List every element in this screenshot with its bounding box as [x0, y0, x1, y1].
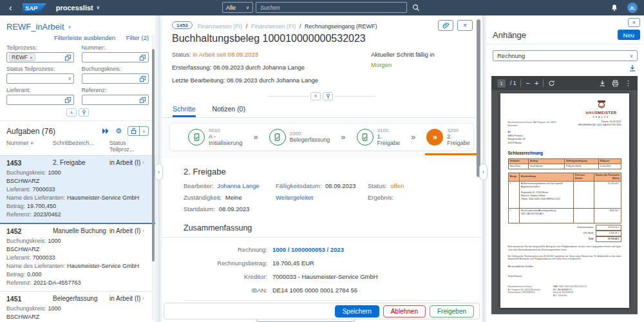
reset-zoom-icon[interactable]	[548, 80, 555, 87]
avatar[interactable]: JL	[627, 3, 638, 13]
value-help-icon[interactable]	[64, 54, 71, 61]
collapse-filterbar-button[interactable]: ∧	[66, 108, 77, 117]
column-header-nummer[interactable]: Nummer≡	[6, 140, 53, 153]
filter-input[interactable]: REWF×	[6, 52, 74, 62]
detail-value: 7000033	[33, 254, 55, 261]
detail-field: Fälligkeitsdatum: 08.09.2023	[276, 182, 368, 189]
download-icon[interactable]	[599, 80, 606, 87]
filter-input[interactable]	[82, 73, 149, 84]
field-column: Fälligkeitsdatum: 08.09.2023Weitergeleit…	[276, 182, 368, 217]
column-header-status[interactable]: Status Teilproz...	[109, 140, 147, 153]
attachments-title: Anhänge	[493, 30, 618, 40]
detail-field: Zuständigkeit: Meine	[184, 194, 276, 201]
new-attachment-button[interactable]: Neu	[618, 30, 640, 40]
task-row[interactable]: 1452Manuelle Buchungin Arbeit (I)›Buchun…	[0, 224, 155, 292]
breadcrumb-link[interactable]: Finanzwesen (FI)	[251, 23, 296, 30]
forward-all-icon[interactable]	[102, 128, 109, 135]
settings-gear-icon[interactable]: ⚙	[115, 128, 122, 135]
multiselect-icon[interactable]	[128, 127, 140, 135]
page-title: Buchhaltungsbeleg 100010000000532023	[172, 33, 473, 44]
process-step[interactable]: 31001. Freigabe	[357, 128, 401, 146]
value-help-icon[interactable]	[139, 75, 146, 82]
dropdown-chevron-icon[interactable]: ∨	[68, 76, 71, 81]
breadcrumb-row: 1453 Finanzwesen (FI) / Finanzwesen (FI)…	[172, 19, 473, 31]
multiselect-split-button[interactable]: ∨	[128, 126, 149, 136]
value-help-icon[interactable]	[139, 54, 146, 61]
value-help-icon[interactable]	[139, 97, 146, 104]
back-icon[interactable]: ‹	[9, 2, 12, 14]
step-label: 1. Freigabe	[377, 133, 401, 146]
filter-input[interactable]	[82, 95, 149, 105]
view-title-select[interactable]: REWF_inArbeit ∨	[0, 15, 155, 33]
task-row[interactable]: 14532. Freigabein Arbeit (I)›Buchungskre…	[0, 156, 155, 224]
left-scrollbar[interactable]	[152, 35, 155, 321]
field-value: 08.09.2023	[325, 182, 356, 189]
close-attachments-button[interactable]: ×	[628, 18, 640, 27]
process-step[interactable]: »32002. Freigabe	[426, 128, 470, 146]
scrollbar-thumb[interactable]	[152, 49, 155, 261]
collapse-header-button[interactable]: ∧	[310, 92, 321, 100]
sap-logo[interactable]: SAP	[23, 3, 47, 13]
task-row[interactable]: 1451Belegerfassungin Arbeit (I)›Buchungs…	[0, 292, 155, 322]
zoom-in-icon[interactable]: +	[535, 80, 538, 87]
status-line: Status: in Arbeit seit 08.09.2023	[172, 51, 318, 58]
pin-filterbar-button[interactable]	[79, 108, 89, 117]
chevron-right-icon: ›	[142, 159, 149, 167]
detail-label: Lieferant:	[6, 254, 31, 261]
download-attachment-icon[interactable]	[629, 63, 636, 74]
search-scope-select[interactable]: Alle ∨	[222, 2, 253, 13]
attachment-type-select[interactable]: Rechnung ∨	[493, 50, 638, 61]
detail-value: 1000	[48, 238, 61, 244]
zoom-out-icon[interactable]: −	[526, 80, 529, 87]
filter-link[interactable]: Filter (2)	[126, 34, 149, 41]
summary-value-link[interactable]: 1000 / 1000000053 / 2023	[272, 246, 344, 253]
tab-notizen[interactable]: Notizen (0)	[213, 104, 245, 117]
close-detail-button[interactable]: ×	[457, 20, 473, 31]
page-number-input[interactable]: 1	[497, 79, 506, 88]
print-icon[interactable]	[612, 80, 619, 87]
speichern-button[interactable]: Speichern	[335, 305, 379, 317]
attachments-paperclip-button[interactable]	[438, 20, 453, 31]
task-list: 14532. Freigabein Arbeit (I)›Buchungskre…	[0, 156, 155, 322]
detail-scrollbar-thumb[interactable]	[477, 19, 480, 177]
task-step: Manuelle Buchung	[53, 227, 109, 235]
chevron-down-icon[interactable]: ∨	[140, 127, 148, 135]
filter-input[interactable]	[6, 95, 74, 105]
detail-value: 1000	[48, 169, 61, 176]
chevron-down-icon: ∨	[97, 5, 100, 10]
pin-header-button[interactable]	[323, 92, 333, 100]
tab-schritte[interactable]: Schritte	[173, 104, 196, 117]
pdf-td: Bereits geleistete Abschlagszahlung2021-…	[520, 209, 574, 223]
breadcrumb-link[interactable]: Rechnungseingang (REWF)	[305, 23, 377, 30]
pdf-th: Verkäufer	[508, 158, 529, 164]
freigeben-button[interactable]: Freigeben	[430, 305, 474, 317]
notifications-icon[interactable]	[611, 4, 618, 12]
filter-input[interactable]	[82, 52, 149, 62]
filter-token[interactable]: REWF×	[9, 53, 35, 61]
created-line: Ersterfassung: 08.09.2023 durch Johanna …	[172, 64, 318, 71]
attachments-panel: × Anhänge Neu Rechnung ∨ 1 / 1 − + ⋮	[486, 15, 644, 322]
chevron-down-icon: ∨	[246, 5, 249, 10]
token-remove-icon[interactable]: ×	[30, 55, 33, 61]
field-value-link[interactable]: Johanna Lange	[217, 182, 260, 189]
hide-filterbar-link[interactable]: Filterleiste ausblenden	[54, 34, 115, 41]
field-label: Zuständigkeit:	[184, 194, 223, 201]
more-options-icon[interactable]: ⋮	[625, 80, 632, 87]
search-icon[interactable]	[412, 4, 420, 12]
splitter-left-grip[interactable]: ›	[155, 164, 163, 180]
step-label: Belegerfassung	[290, 137, 330, 143]
value-help-icon[interactable]	[64, 97, 71, 104]
detail-field: Bearbeiter: Johanna Lange	[184, 182, 276, 189]
process-step[interactable]: 2000Belegerfassung	[269, 129, 330, 146]
process-step[interactable]: 0010A - Initialisierung	[188, 128, 243, 146]
field-value-link[interactable]: Weitergeleitet	[276, 194, 313, 201]
app-title-menu[interactable]: processlist ∨	[56, 4, 100, 12]
column-header-schritt[interactable]: Schrittbezeich...	[53, 140, 109, 153]
breadcrumb-link[interactable]: Finanzwesen (FI)	[198, 23, 243, 30]
search-input[interactable]	[256, 2, 407, 13]
pdf-th: Fällig am	[598, 158, 621, 164]
filter-select[interactable]: ∨	[6, 73, 74, 84]
ablehnen-button[interactable]: Ablehnen	[383, 305, 426, 317]
invoice-meta: Datum: 20.03.2021 RECHNUNG NR. 2021-DA-4…	[578, 120, 621, 127]
splitter-right-grip[interactable]: ‹	[479, 164, 488, 180]
